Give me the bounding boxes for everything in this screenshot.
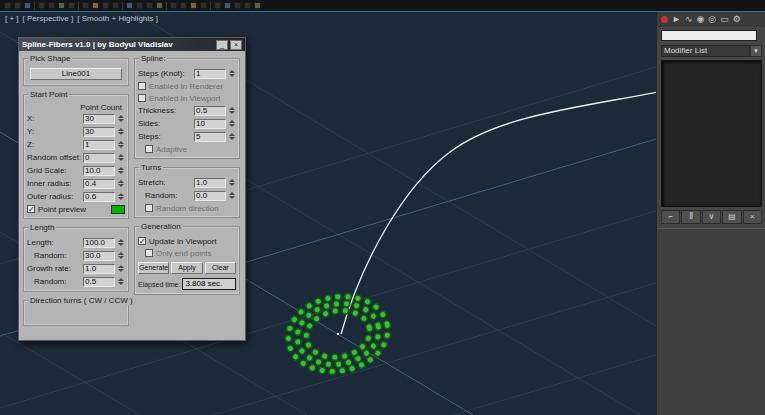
toolbar-icon[interactable] bbox=[92, 2, 99, 9]
spinner[interactable] bbox=[116, 179, 125, 189]
spinner[interactable] bbox=[227, 191, 236, 201]
spinner[interactable] bbox=[116, 153, 125, 163]
checkbox-label: Update in Viewport bbox=[149, 237, 216, 246]
adaptive-checkbox[interactable] bbox=[145, 145, 153, 153]
stretch-field[interactable]: 1.0 bbox=[194, 178, 226, 188]
spinner[interactable] bbox=[227, 178, 236, 188]
minimize-button[interactable]: _ bbox=[216, 40, 228, 50]
field-label: Random: bbox=[27, 251, 83, 260]
thickness-field[interactable]: 0.5 bbox=[194, 106, 226, 116]
remove-modifier-button[interactable]: ▤ bbox=[722, 210, 741, 224]
modifier-stack[interactable] bbox=[661, 60, 762, 207]
steps-field[interactable]: 5 bbox=[194, 132, 226, 142]
toolbar-icon[interactable] bbox=[190, 2, 197, 9]
toolbar-icon[interactable] bbox=[4, 2, 11, 9]
enabled-renderer-row: Enabled In Renderer bbox=[138, 80, 236, 92]
group-title: Spline: bbox=[139, 54, 167, 63]
motion-tab-icon[interactable]: ◎ bbox=[708, 15, 716, 24]
toolbar-icon[interactable] bbox=[224, 2, 231, 9]
toolbar-icon[interactable] bbox=[102, 2, 109, 9]
generate-button[interactable]: Generate bbox=[138, 262, 169, 274]
toolbar-icon[interactable] bbox=[112, 2, 119, 9]
toolbar-icon[interactable] bbox=[180, 2, 187, 9]
clear-button[interactable]: Clear bbox=[205, 262, 236, 274]
length-random-field[interactable]: 30.0 bbox=[83, 251, 115, 261]
toolbar-icon[interactable] bbox=[146, 2, 153, 9]
toolbar-icon[interactable] bbox=[254, 2, 261, 9]
spinner[interactable] bbox=[227, 69, 236, 79]
utilities-tab-icon[interactable]: ⚙ bbox=[733, 15, 741, 24]
point-preview-checkbox[interactable]: ✓ bbox=[27, 205, 35, 213]
toolbar-separator bbox=[166, 2, 167, 10]
spinner[interactable] bbox=[116, 114, 125, 124]
configure-modifier-sets-button[interactable]: × bbox=[743, 210, 762, 224]
enabled-viewport-checkbox[interactable] bbox=[138, 94, 146, 102]
steps-knot-field[interactable]: 1 bbox=[194, 69, 226, 79]
growth-random-field[interactable]: 0.5 bbox=[83, 277, 115, 287]
hierarchy-tab-icon[interactable]: ◉ bbox=[696, 15, 704, 24]
spinner[interactable] bbox=[227, 119, 236, 129]
pick-shape-button[interactable]: Line001 bbox=[30, 68, 122, 80]
toolbar-icon[interactable] bbox=[234, 2, 241, 9]
grid-scale-field[interactable]: 10.0 bbox=[83, 166, 115, 176]
viewport-menu-plus[interactable]: [ + ] bbox=[5, 14, 19, 23]
toolbar-icon[interactable] bbox=[170, 2, 177, 9]
only-end-points-row: Only end points bbox=[138, 247, 236, 259]
z-field[interactable]: 1 bbox=[83, 140, 115, 150]
close-button[interactable]: × bbox=[230, 40, 242, 50]
chevron-down-icon[interactable]: ▼ bbox=[750, 45, 762, 57]
toolbar-icon[interactable] bbox=[48, 2, 55, 9]
toolbar-icon[interactable] bbox=[136, 2, 143, 9]
viewport-menu-view[interactable]: [ Perspective ] bbox=[23, 14, 74, 23]
spinner[interactable] bbox=[116, 127, 125, 137]
enabled-renderer-checkbox[interactable] bbox=[138, 82, 146, 90]
spinner[interactable] bbox=[227, 132, 236, 142]
spline-group: Spline: Steps (Knot): 1 Enabled In Rende… bbox=[134, 58, 240, 159]
update-viewport-checkbox[interactable]: ✓ bbox=[138, 237, 146, 245]
y-field[interactable]: 30 bbox=[83, 127, 115, 137]
toolbar-icon[interactable] bbox=[126, 2, 133, 9]
spinner[interactable] bbox=[116, 140, 125, 150]
random-offset-field[interactable]: 0 bbox=[83, 153, 115, 163]
modifier-list-dropdown[interactable]: Modifier List ▼ bbox=[661, 45, 762, 57]
object-name-field[interactable] bbox=[661, 30, 757, 41]
toolbar-icon[interactable] bbox=[24, 2, 31, 9]
only-end-points-checkbox[interactable] bbox=[145, 249, 153, 257]
pin-stack-button[interactable]: ⌐ bbox=[661, 210, 680, 224]
make-unique-button[interactable]: ∨ bbox=[702, 210, 721, 224]
spline-fibers-dialog[interactable]: Spline-Fibers v1.0 | by Bodyul Vladislav… bbox=[18, 37, 246, 341]
spinner[interactable] bbox=[227, 106, 236, 116]
spinner[interactable] bbox=[116, 264, 125, 274]
dialog-title-bar[interactable]: Spline-Fibers v1.0 | by Bodyul Vladislav… bbox=[19, 38, 245, 51]
spinner[interactable] bbox=[116, 192, 125, 202]
toolbar-icon[interactable] bbox=[14, 2, 21, 9]
turns-random-field[interactable]: 0.0 bbox=[194, 191, 226, 201]
sides-field[interactable]: 10 bbox=[194, 119, 226, 129]
x-field[interactable]: 30 bbox=[83, 114, 115, 124]
random-direction-checkbox[interactable] bbox=[145, 204, 153, 212]
toolbar-icon[interactable] bbox=[82, 2, 89, 9]
spinner[interactable] bbox=[116, 277, 125, 287]
toolbar-icon[interactable] bbox=[58, 2, 65, 9]
toolbar-icon[interactable] bbox=[214, 2, 221, 9]
display-tab-icon[interactable]: ▭ bbox=[720, 15, 729, 24]
growth-rate-field[interactable]: 1.0 bbox=[83, 264, 115, 274]
viewport-menu-shading[interactable]: [ Smooth + Highlights ] bbox=[77, 14, 158, 23]
toolbar-icon[interactable] bbox=[68, 2, 75, 9]
length-field[interactable]: 100.0 bbox=[83, 238, 115, 248]
toolbar-icon[interactable] bbox=[156, 2, 163, 9]
spinner[interactable] bbox=[116, 251, 125, 261]
modify-tab-icon[interactable]: ∿ bbox=[685, 15, 693, 24]
toolbar-icon[interactable] bbox=[38, 2, 45, 9]
toolbar-separator bbox=[210, 2, 211, 10]
preview-color-swatch[interactable] bbox=[111, 205, 125, 214]
show-end-result-button[interactable]: Ⅱ bbox=[681, 210, 700, 224]
inner-radius-field[interactable]: 0.4 bbox=[83, 179, 115, 189]
toolbar-icon[interactable] bbox=[200, 2, 207, 9]
outer-radius-field[interactable]: 0.6 bbox=[83, 192, 115, 202]
toolbar-icon[interactable] bbox=[244, 2, 251, 9]
spinner[interactable] bbox=[116, 166, 125, 176]
apply-button[interactable]: Apply bbox=[171, 262, 202, 274]
create-tab-icon[interactable]: ► bbox=[672, 15, 681, 24]
spinner[interactable] bbox=[116, 238, 125, 248]
